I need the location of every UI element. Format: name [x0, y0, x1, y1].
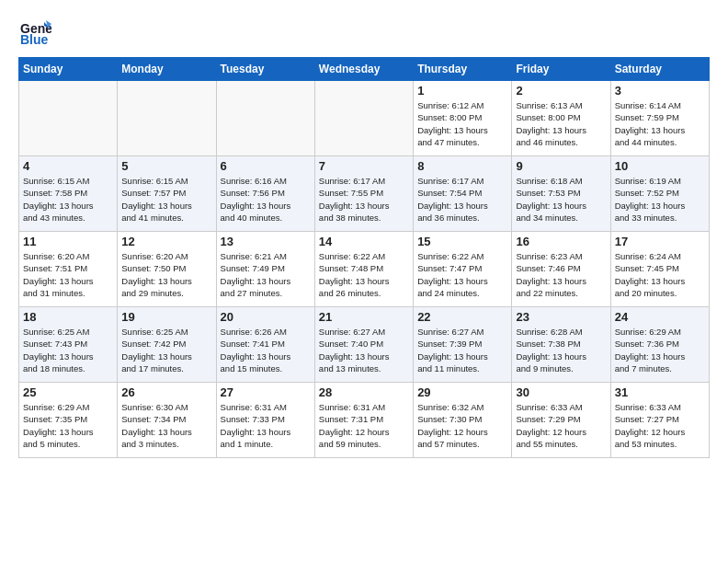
- calendar-day-cell: 18Sunrise: 6:25 AM Sunset: 7:43 PM Dayli…: [19, 307, 118, 383]
- day-info: Sunrise: 6:20 AM Sunset: 7:51 PM Dayligh…: [23, 250, 113, 299]
- calendar-day-cell: 1Sunrise: 6:12 AM Sunset: 8:00 PM Daylig…: [414, 81, 512, 156]
- day-info: Sunrise: 6:33 AM Sunset: 7:27 PM Dayligh…: [615, 401, 705, 450]
- day-info: Sunrise: 6:20 AM Sunset: 7:50 PM Dayligh…: [121, 250, 211, 299]
- day-info: Sunrise: 6:22 AM Sunset: 7:48 PM Dayligh…: [319, 250, 409, 299]
- day-info: Sunrise: 6:26 AM Sunset: 7:41 PM Dayligh…: [221, 326, 311, 374]
- day-number: 27: [221, 385, 311, 399]
- weekday-header: Thursday: [414, 58, 512, 81]
- day-info: Sunrise: 6:24 AM Sunset: 7:45 PM Dayligh…: [615, 250, 705, 299]
- day-info: Sunrise: 6:22 AM Sunset: 7:47 PM Dayligh…: [417, 250, 507, 299]
- weekday-header: Wednesday: [314, 58, 413, 81]
- day-info: Sunrise: 6:25 AM Sunset: 7:43 PM Dayligh…: [23, 326, 113, 374]
- calendar-day-cell: 27Sunrise: 6:31 AM Sunset: 7:33 PM Dayli…: [216, 383, 314, 458]
- day-info: Sunrise: 6:27 AM Sunset: 7:39 PM Dayligh…: [417, 326, 507, 374]
- day-info: Sunrise: 6:21 AM Sunset: 7:49 PM Dayligh…: [221, 250, 311, 299]
- day-number: 15: [417, 235, 507, 248]
- calendar-day-cell: 3Sunrise: 6:14 AM Sunset: 7:59 PM Daylig…: [610, 81, 709, 156]
- day-number: 20: [221, 310, 311, 324]
- calendar-day-cell: 23Sunrise: 6:28 AM Sunset: 7:38 PM Dayli…: [512, 307, 610, 383]
- day-number: 25: [23, 385, 113, 399]
- day-number: 4: [23, 159, 113, 173]
- day-info: Sunrise: 6:29 AM Sunset: 7:35 PM Dayligh…: [23, 401, 113, 450]
- day-info: Sunrise: 6:13 AM Sunset: 8:00 PM Dayligh…: [516, 99, 606, 148]
- calendar-day-cell: 12Sunrise: 6:20 AM Sunset: 7:50 PM Dayli…: [118, 232, 216, 307]
- calendar-day-cell: 10Sunrise: 6:19 AM Sunset: 7:52 PM Dayli…: [610, 156, 709, 232]
- calendar-day-cell: 6Sunrise: 6:16 AM Sunset: 7:56 PM Daylig…: [216, 156, 314, 232]
- day-number: 5: [121, 159, 211, 173]
- day-info: Sunrise: 6:33 AM Sunset: 7:29 PM Dayligh…: [516, 401, 606, 450]
- day-info: Sunrise: 6:19 AM Sunset: 7:52 PM Dayligh…: [615, 175, 705, 224]
- day-info: Sunrise: 6:31 AM Sunset: 7:31 PM Dayligh…: [319, 401, 409, 450]
- calendar-day-cell: 9Sunrise: 6:18 AM Sunset: 7:53 PM Daylig…: [512, 156, 610, 232]
- weekday-header: Tuesday: [216, 58, 314, 81]
- day-info: Sunrise: 6:30 AM Sunset: 7:34 PM Dayligh…: [121, 401, 211, 450]
- calendar-day-cell: 31Sunrise: 6:33 AM Sunset: 7:27 PM Dayli…: [610, 383, 709, 458]
- day-number: 6: [221, 159, 311, 173]
- day-number: 31: [615, 385, 705, 399]
- day-number: 29: [417, 385, 507, 399]
- day-number: 23: [516, 310, 606, 324]
- calendar-day-cell: 19Sunrise: 6:25 AM Sunset: 7:42 PM Dayli…: [118, 307, 216, 383]
- day-number: 22: [417, 310, 507, 324]
- calendar-week-row: 18Sunrise: 6:25 AM Sunset: 7:43 PM Dayli…: [19, 307, 710, 383]
- calendar-day-cell: 8Sunrise: 6:17 AM Sunset: 7:54 PM Daylig…: [414, 156, 512, 232]
- day-info: Sunrise: 6:32 AM Sunset: 7:30 PM Dayligh…: [417, 401, 507, 450]
- calendar-day-cell: 21Sunrise: 6:27 AM Sunset: 7:40 PM Dayli…: [314, 307, 413, 383]
- day-info: Sunrise: 6:27 AM Sunset: 7:40 PM Dayligh…: [319, 326, 409, 374]
- day-info: Sunrise: 6:15 AM Sunset: 7:58 PM Dayligh…: [23, 175, 113, 224]
- day-number: 14: [319, 235, 409, 248]
- day-info: Sunrise: 6:31 AM Sunset: 7:33 PM Dayligh…: [221, 401, 311, 450]
- calendar-day-cell: [314, 81, 413, 156]
- day-number: 19: [121, 310, 211, 324]
- day-number: 1: [417, 84, 507, 98]
- calendar-day-cell: 17Sunrise: 6:24 AM Sunset: 7:45 PM Dayli…: [610, 232, 709, 307]
- day-number: 30: [516, 385, 606, 399]
- calendar-day-cell: 29Sunrise: 6:32 AM Sunset: 7:30 PM Dayli…: [414, 383, 512, 458]
- calendar-table: SundayMondayTuesdayWednesdayThursdayFrid…: [18, 57, 710, 458]
- day-info: Sunrise: 6:17 AM Sunset: 7:54 PM Dayligh…: [417, 175, 507, 224]
- calendar-week-row: 1Sunrise: 6:12 AM Sunset: 8:00 PM Daylig…: [19, 81, 710, 156]
- day-info: Sunrise: 6:14 AM Sunset: 7:59 PM Dayligh…: [615, 99, 705, 148]
- calendar-day-cell: 16Sunrise: 6:23 AM Sunset: 7:46 PM Dayli…: [512, 232, 610, 307]
- calendar-day-cell: 24Sunrise: 6:29 AM Sunset: 7:36 PM Dayli…: [610, 307, 709, 383]
- day-number: 8: [417, 159, 507, 173]
- day-number: 12: [121, 235, 211, 248]
- day-number: 28: [319, 385, 409, 399]
- calendar-day-cell: 5Sunrise: 6:15 AM Sunset: 7:57 PM Daylig…: [118, 156, 216, 232]
- calendar-week-row: 4Sunrise: 6:15 AM Sunset: 7:58 PM Daylig…: [19, 156, 710, 232]
- day-info: Sunrise: 6:25 AM Sunset: 7:42 PM Dayligh…: [121, 326, 211, 374]
- day-number: 10: [615, 159, 705, 173]
- calendar-day-cell: [216, 81, 314, 156]
- day-number: 18: [23, 310, 113, 324]
- day-number: 11: [23, 235, 113, 248]
- calendar-day-cell: 14Sunrise: 6:22 AM Sunset: 7:48 PM Dayli…: [314, 232, 413, 307]
- day-number: 24: [615, 310, 705, 324]
- calendar-day-cell: 30Sunrise: 6:33 AM Sunset: 7:29 PM Dayli…: [512, 383, 610, 458]
- day-info: Sunrise: 6:15 AM Sunset: 7:57 PM Dayligh…: [121, 175, 211, 224]
- calendar-week-row: 25Sunrise: 6:29 AM Sunset: 7:35 PM Dayli…: [19, 383, 710, 458]
- weekday-header: Friday: [512, 58, 610, 81]
- calendar-day-cell: 7Sunrise: 6:17 AM Sunset: 7:55 PM Daylig…: [314, 156, 413, 232]
- day-number: 16: [516, 235, 606, 248]
- day-info: Sunrise: 6:16 AM Sunset: 7:56 PM Dayligh…: [221, 175, 311, 224]
- calendar-week-row: 11Sunrise: 6:20 AM Sunset: 7:51 PM Dayli…: [19, 232, 710, 307]
- header: General Blue: [18, 15, 710, 48]
- calendar-day-cell: 2Sunrise: 6:13 AM Sunset: 8:00 PM Daylig…: [512, 81, 610, 156]
- day-number: 2: [516, 84, 606, 98]
- day-number: 9: [516, 159, 606, 173]
- logo-icon: General Blue: [18, 15, 51, 48]
- calendar-day-cell: 15Sunrise: 6:22 AM Sunset: 7:47 PM Dayli…: [414, 232, 512, 307]
- weekday-header: Sunday: [19, 58, 118, 81]
- day-info: Sunrise: 6:23 AM Sunset: 7:46 PM Dayligh…: [516, 250, 606, 299]
- day-number: 13: [221, 235, 311, 248]
- calendar-day-cell: 4Sunrise: 6:15 AM Sunset: 7:58 PM Daylig…: [19, 156, 118, 232]
- day-info: Sunrise: 6:28 AM Sunset: 7:38 PM Dayligh…: [516, 326, 606, 374]
- day-number: 21: [319, 310, 409, 324]
- day-number: 26: [121, 385, 211, 399]
- calendar-day-cell: 20Sunrise: 6:26 AM Sunset: 7:41 PM Dayli…: [216, 307, 314, 383]
- day-info: Sunrise: 6:18 AM Sunset: 7:53 PM Dayligh…: [516, 175, 606, 224]
- calendar-day-cell: 13Sunrise: 6:21 AM Sunset: 7:49 PM Dayli…: [216, 232, 314, 307]
- weekday-header: Saturday: [610, 58, 709, 81]
- calendar-day-cell: 11Sunrise: 6:20 AM Sunset: 7:51 PM Dayli…: [19, 232, 118, 307]
- calendar-day-cell: 26Sunrise: 6:30 AM Sunset: 7:34 PM Dayli…: [118, 383, 216, 458]
